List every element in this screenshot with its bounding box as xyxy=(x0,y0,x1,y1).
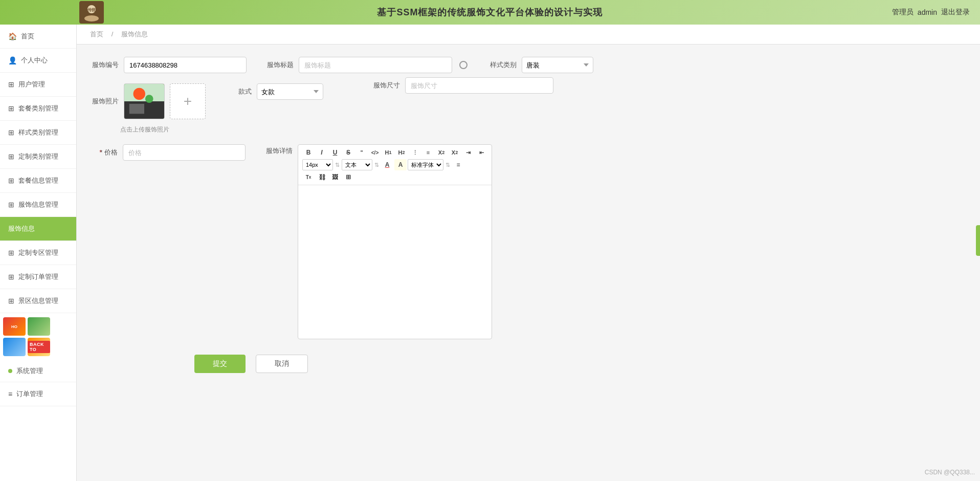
photo-thumbnail xyxy=(124,83,165,119)
costume-title-input[interactable] xyxy=(299,57,452,73)
quote-button[interactable]: " xyxy=(355,147,368,158)
grid-icon: ⊞ xyxy=(8,152,14,161)
bold-button[interactable]: B xyxy=(302,147,315,158)
sidebar-item-package-info-mgmt[interactable]: ⊞ 套餐信息管理 xyxy=(0,169,76,193)
sidebar-item-label: 样式类别管理 xyxy=(18,128,58,137)
costume-size-input[interactable] xyxy=(405,77,553,94)
indent-button[interactable]: ⇥ xyxy=(462,147,474,158)
app-header: 传统 基于SSM框架的传统服饰文化平台体验的设计与实现 管理员 admin 退出… xyxy=(0,0,980,25)
sidebar-item-custom-order-mgmt[interactable]: ⊞ 定制订单管理 xyxy=(0,265,76,289)
menu-icon: ≡ xyxy=(8,390,12,398)
form-actions: 提交 取消 xyxy=(194,355,965,373)
breadcrumb: 首页 / 服饰信息 xyxy=(77,25,980,45)
link-button[interactable]: ⛓ xyxy=(316,171,328,183)
logout-link[interactable]: 退出登录 xyxy=(941,8,970,17)
dot-icon xyxy=(8,369,12,373)
costume-title-field: 服饰标题 xyxy=(267,57,470,73)
format-select[interactable]: 文本 标题1 标题2 xyxy=(342,159,372,170)
user-role-label: 管理员 xyxy=(892,8,914,17)
svg-point-5 xyxy=(133,88,145,100)
outdent-button[interactable]: ⇤ xyxy=(475,147,487,158)
align-button[interactable]: ≡ xyxy=(452,159,464,170)
sidebar-item-home[interactable]: 🏠 首页 xyxy=(0,25,76,49)
subscript-button[interactable]: X2 xyxy=(435,147,448,158)
main-content: 首页 / 服饰信息 服饰编号 1674638808298 服饰标题 样式类别 xyxy=(77,25,980,481)
sidebar-item-scenic-info-mgmt[interactable]: ⊞ 景区信息管理 xyxy=(0,289,76,313)
photo-preview xyxy=(124,84,164,119)
breadcrumb-home[interactable]: 首页 xyxy=(90,30,103,38)
photo-hint-text: 点击上传服饰照片 xyxy=(120,125,169,134)
sidebar-item-costume-info-mgmt[interactable]: ⊞ 服饰信息管理 xyxy=(0,193,76,217)
font-divider: ⇅ xyxy=(444,162,451,168)
sidebar-item-label: 服饰信息管理 xyxy=(18,200,58,209)
italic-button[interactable]: I xyxy=(316,147,328,158)
clear-format-button[interactable]: Tx xyxy=(302,171,315,183)
header-title: 基于SSM框架的传统服饰文化平台体验的设计与实现 xyxy=(377,6,603,18)
font-color-button[interactable]: A xyxy=(381,159,393,170)
svg-point-2 xyxy=(84,15,99,21)
right-edge-tab[interactable] xyxy=(976,225,980,256)
font-size-select[interactable]: 14px 12px 16px 18px xyxy=(302,159,333,170)
ul-button[interactable]: ≡ xyxy=(422,147,434,158)
h2-button[interactable]: H2 xyxy=(395,147,408,158)
font-family-select[interactable]: 标准字体 宋体 黑体 xyxy=(408,159,443,170)
sidebar-item-sys-mgmt[interactable]: 系统管理 xyxy=(0,360,76,382)
form-row-2: 服饰照片 xyxy=(92,83,965,134)
cancel-button[interactable]: 取消 xyxy=(256,355,308,373)
form-container: 服饰编号 1674638808298 服饰标题 样式类别 唐装 汉服 旗袍 xyxy=(77,45,980,385)
format-divider: ⇅ xyxy=(373,162,380,168)
grid-icon: ⊞ xyxy=(8,128,14,137)
style-label: 款式 xyxy=(226,87,252,96)
underline-button[interactable]: U xyxy=(329,147,341,158)
svg-text:传统: 传统 xyxy=(87,7,96,12)
table-button[interactable]: ⊞ xyxy=(342,171,354,183)
style-type-label: 样式类别 xyxy=(490,60,517,70)
costume-id-field: 服饰编号 1674638808298 xyxy=(92,57,247,73)
price-input[interactable] xyxy=(123,144,246,161)
user-name-label: admin xyxy=(918,8,937,16)
sidebar-item-costume-info[interactable]: 服饰信息 xyxy=(0,217,76,241)
ol-button[interactable]: ⋮ xyxy=(409,147,421,158)
costume-id-input[interactable]: 1674638808298 xyxy=(124,57,247,73)
image-button[interactable]: 🖼 xyxy=(329,171,341,183)
sidebar: 🏠 首页 👤 个人中心 ⊞ 用户管理 ⊞ 套餐类别管理 ⊞ 样式类别管理 ⊞ 定… xyxy=(0,25,77,481)
sidebar-item-label: 定制类别管理 xyxy=(18,152,58,161)
detail-field: 服饰详情 B I U S " </> H1 H2 xyxy=(266,144,492,339)
costume-size-label: 服饰尺寸 xyxy=(369,81,400,90)
breadcrumb-current: 服饰信息 xyxy=(121,30,148,38)
style-select[interactable]: 女款 男款 通款 xyxy=(257,83,323,100)
sidebar-item-package-type-mgmt[interactable]: ⊞ 套餐类别管理 xyxy=(0,97,76,121)
strikethrough-button[interactable]: S xyxy=(342,147,354,158)
breadcrumb-separator: / xyxy=(112,30,114,38)
font-bg-button[interactable]: A xyxy=(394,159,407,170)
add-photo-button[interactable]: + xyxy=(170,83,206,119)
style-type-select[interactable]: 唐装 汉服 旗袍 xyxy=(522,57,593,73)
submit-button[interactable]: 提交 xyxy=(194,355,246,373)
sidebar-item-custom-zone-mgmt[interactable]: ⊞ 定制专区管理 xyxy=(0,241,76,265)
editor-toolbar: B I U S " </> H1 H2 ⋮ ≡ X2 xyxy=(298,145,492,185)
editor-body[interactable] xyxy=(298,185,492,339)
costume-id-label: 服饰编号 xyxy=(92,60,119,70)
editor-toolbar-row-2: 14px 12px 16px 18px ⇅ 文本 标题1 标题2 xyxy=(302,159,487,170)
sidebar-item-custom-type-mgmt[interactable]: ⊞ 定制类别管理 xyxy=(0,145,76,169)
size-divider: ⇅ xyxy=(334,162,341,168)
sidebar-item-style-type-mgmt[interactable]: ⊞ 样式类别管理 xyxy=(0,121,76,145)
sidebar-item-label: 首页 xyxy=(21,32,34,41)
superscript-button[interactable]: X2 xyxy=(449,147,461,158)
sidebar-item-order-mgmt[interactable]: ≡ 订单管理 xyxy=(0,382,76,406)
sidebar-item-user-mgmt[interactable]: ⊞ 用户管理 xyxy=(0,73,76,97)
detail-label: 服饰详情 xyxy=(266,146,293,156)
app-logo: 传统 xyxy=(79,1,104,24)
code-button[interactable]: </> xyxy=(369,147,381,158)
sidebar-item-label: 景区信息管理 xyxy=(18,296,58,305)
h1-button[interactable]: H1 xyxy=(382,147,394,158)
sidebar-item-label: 服饰信息 xyxy=(8,224,35,233)
sidebar-item-label: 套餐类别管理 xyxy=(18,104,58,113)
grid-icon: ⊞ xyxy=(8,177,14,185)
sidebar-item-label: 定制专区管理 xyxy=(18,248,58,257)
grid-icon: ⊞ xyxy=(8,249,14,257)
sidebar-item-label: 系统管理 xyxy=(16,366,43,376)
sidebar-item-profile[interactable]: 👤 个人中心 xyxy=(0,49,76,73)
photo-upload-area: + xyxy=(124,83,206,119)
logo-img-4: BACK TO xyxy=(28,338,50,356)
